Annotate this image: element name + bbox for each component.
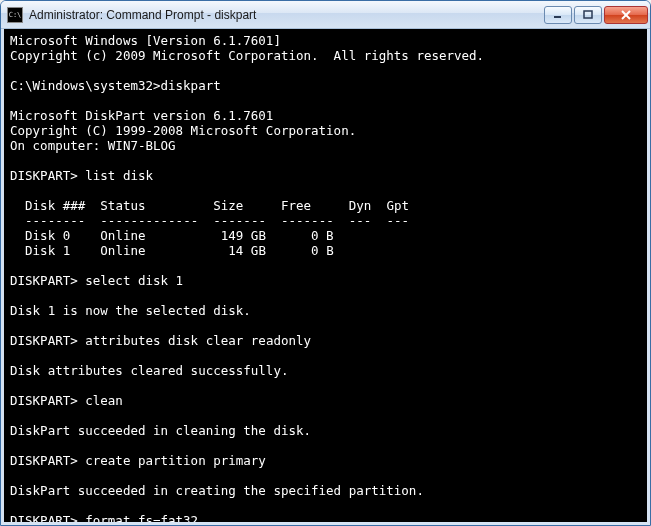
command-text: select disk 1 [85, 273, 183, 288]
os-copyright-line: Copyright (c) 2009 Microsoft Corporation… [10, 48, 484, 63]
td-free: 0 B [311, 243, 334, 258]
svg-rect-1 [584, 11, 592, 18]
td-status: Online [100, 228, 145, 243]
close-button[interactable] [604, 6, 648, 24]
td-disk: Disk 1 [25, 243, 70, 258]
diskpart-computer: On computer: WIN7-BLOG [10, 138, 176, 153]
prompt: DISKPART> [10, 273, 78, 288]
prompt: DISKPART> [10, 168, 78, 183]
command-text: list disk [85, 168, 153, 183]
prompt: DISKPART> [10, 453, 78, 468]
os-version-line: Microsoft Windows [Version 6.1.7601] [10, 33, 281, 48]
prompt: DISKPART> [10, 393, 78, 408]
msg-selected: Disk 1 is now the selected disk. [10, 303, 251, 318]
ul: -------- [25, 213, 85, 228]
th-status: Status [100, 198, 145, 213]
window-title: Administrator: Command Prompt - diskpart [29, 8, 544, 22]
window-controls [544, 6, 648, 24]
ul: ------------- [100, 213, 198, 228]
th-size: Size [213, 198, 243, 213]
command-text: clean [85, 393, 123, 408]
ul: --- [386, 213, 409, 228]
console-area[interactable]: Microsoft Windows [Version 6.1.7601] Cop… [1, 29, 650, 525]
ul: ------- [281, 213, 334, 228]
titlebar[interactable]: C:\ Administrator: Command Prompt - disk… [1, 1, 650, 29]
td-size: 14 GB [228, 243, 266, 258]
msg-attr-cleared: Disk attributes cleared successfully. [10, 363, 288, 378]
window-frame: C:\ Administrator: Command Prompt - disk… [0, 0, 651, 526]
maximize-button[interactable] [574, 6, 602, 24]
diskpart-copyright: Copyright (C) 1999-2008 Microsoft Corpor… [10, 123, 356, 138]
initial-command: diskpart [161, 78, 221, 93]
msg-clean-ok: DiskPart succeeded in cleaning the disk. [10, 423, 311, 438]
command-text: create partition primary [85, 453, 266, 468]
cmd-icon: C:\ [7, 7, 23, 23]
command-text: format fs=fat32 [85, 513, 198, 525]
prompt: DISKPART> [10, 513, 78, 525]
th-gpt: Gpt [386, 198, 409, 213]
ul: ------- [213, 213, 266, 228]
th-free: Free [281, 198, 311, 213]
th-dyn: Dyn [349, 198, 372, 213]
td-free: 0 B [311, 228, 334, 243]
command-text: attributes disk clear readonly [85, 333, 311, 348]
td-status: Online [100, 243, 145, 258]
msg-partition-ok: DiskPart succeeded in creating the speci… [10, 483, 424, 498]
diskpart-version: Microsoft DiskPart version 6.1.7601 [10, 108, 273, 123]
ul: --- [349, 213, 372, 228]
minimize-button[interactable] [544, 6, 572, 24]
initial-prompt-path: C:\Windows\system32> [10, 78, 161, 93]
prompt: DISKPART> [10, 333, 78, 348]
th-disk: Disk ### [25, 198, 85, 213]
td-disk: Disk 0 [25, 228, 70, 243]
td-size: 149 GB [221, 228, 266, 243]
